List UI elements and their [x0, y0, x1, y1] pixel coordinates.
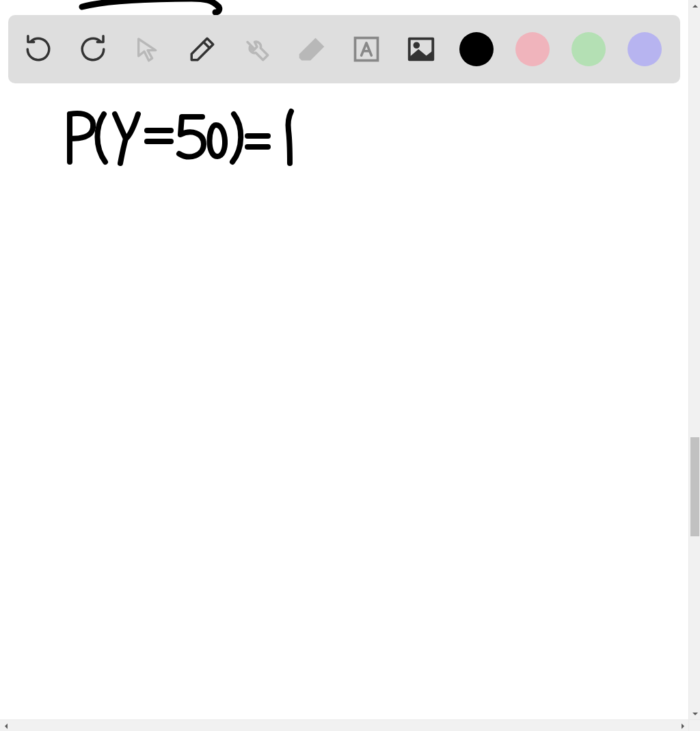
scroll-right-button[interactable] — [677, 720, 688, 731]
color-swatch-black[interactable] — [459, 32, 494, 66]
scroll-up-button[interactable] — [689, 0, 700, 12]
pointer-button[interactable] — [131, 33, 164, 66]
redo-icon — [79, 35, 107, 64]
text-icon — [351, 34, 381, 64]
undo-icon — [24, 35, 53, 64]
undo-button[interactable] — [22, 33, 55, 66]
image-icon — [405, 33, 437, 65]
color-swatch-pink[interactable] — [515, 32, 550, 66]
color-swatch-green[interactable] — [571, 32, 606, 66]
svg-line-0 — [204, 42, 210, 49]
canvas-handwriting — [55, 99, 314, 181]
eraser-button[interactable] — [295, 33, 328, 66]
pointer-icon — [134, 36, 161, 63]
vertical-scroll-thumb[interactable] — [690, 437, 699, 536]
drawing-canvas[interactable] — [0, 0, 688, 719]
scroll-corner — [688, 719, 700, 731]
tools-button[interactable] — [241, 33, 273, 66]
svg-point-4 — [414, 43, 418, 47]
svg-rect-2 — [355, 38, 378, 61]
chevron-left-icon — [3, 723, 10, 730]
scroll-left-button[interactable] — [0, 720, 12, 731]
vertical-scrollbar[interactable] — [688, 0, 700, 719]
scroll-down-button[interactable] — [689, 708, 700, 719]
chevron-down-icon — [692, 711, 699, 717]
pen-button[interactable] — [186, 33, 219, 66]
text-button[interactable] — [350, 33, 383, 66]
chevron-right-icon — [679, 723, 686, 730]
chevron-up-icon — [692, 3, 699, 10]
color-swatch-purple[interactable] — [628, 32, 662, 66]
horizontal-scrollbar[interactable] — [0, 719, 688, 731]
pen-icon — [188, 35, 217, 64]
eraser-icon — [297, 34, 327, 64]
redo-button[interactable] — [77, 33, 109, 66]
drawing-toolbar — [8, 15, 680, 83]
tools-icon — [243, 35, 271, 64]
image-button[interactable] — [405, 33, 438, 66]
